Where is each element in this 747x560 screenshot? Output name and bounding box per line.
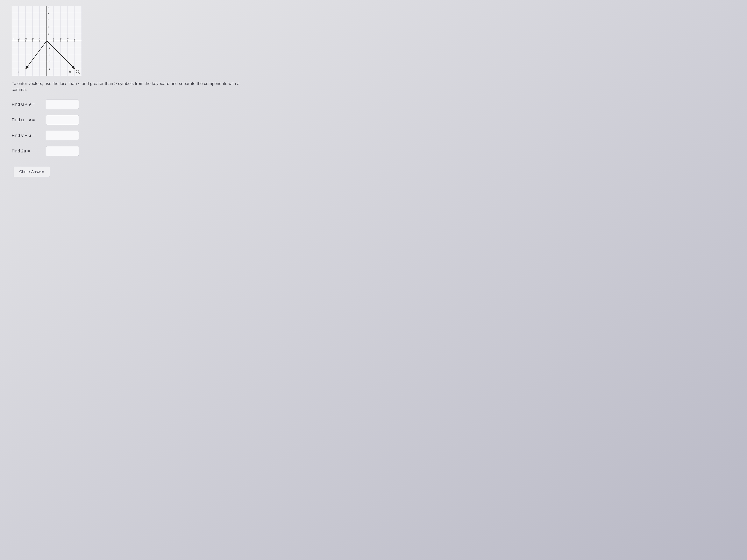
instructions-text: To enter vectors, use the less than < an…	[8, 81, 241, 93]
y-tick-n1: -1	[48, 47, 50, 50]
label-u-plus-v: Find u + v =	[12, 102, 43, 107]
input-v-minus-u[interactable]	[46, 131, 79, 140]
x-tick-n5: -5	[12, 37, 14, 41]
svg-line-42	[78, 73, 80, 74]
input-u-plus-v[interactable]	[46, 100, 79, 109]
x-tick-1: 1	[53, 37, 54, 41]
question-u-plus-v: Find u + v =	[8, 100, 241, 109]
x-tick-4: 4	[74, 37, 76, 41]
y-tick-4: 4	[48, 11, 49, 15]
graph-svg: -5 -4 -3 -2 -1 1 2 3 4 5 4 3 2 1 -1 -2 -…	[12, 6, 82, 76]
input-2u[interactable]	[46, 146, 79, 156]
y-tick-5: 5	[48, 6, 49, 9]
y-tick-2: 2	[48, 25, 49, 29]
vector-v-label: v	[18, 70, 19, 74]
y-tick-n2: -2	[48, 53, 50, 57]
label-v-minus-u: Find v − u =	[12, 133, 43, 138]
x-tick-n4: -4	[17, 37, 20, 41]
x-tick-3: 3	[67, 37, 69, 41]
label-u-minus-v: Find u − v =	[12, 117, 43, 123]
zoom-icon[interactable]	[76, 70, 80, 74]
question-v-minus-u: Find v − u =	[8, 131, 241, 140]
x-tick-2: 2	[60, 37, 61, 41]
y-tick-1: 1	[48, 32, 49, 35]
vector-u-label: u	[69, 70, 71, 74]
y-tick-n4: -4	[48, 68, 50, 71]
vector-graph: -5 -4 -3 -2 -1 1 2 3 4 5 4 3 2 1 -1 -2 -…	[12, 6, 82, 76]
label-2u: Find 2u =	[12, 149, 43, 154]
x-tick-n3: -3	[24, 37, 27, 41]
y-tick-n3: -3	[48, 60, 50, 63]
svg-point-41	[76, 70, 79, 73]
question-u-minus-v: Find u − v =	[8, 115, 241, 125]
question-2u: Find 2u =	[8, 146, 241, 156]
x-tick-n1: -1	[38, 37, 41, 41]
y-tick-3: 3	[48, 19, 49, 22]
x-tick-n2: -2	[31, 37, 34, 41]
check-answer-button[interactable]: Check Answer	[14, 167, 50, 177]
input-u-minus-v[interactable]	[46, 115, 79, 125]
